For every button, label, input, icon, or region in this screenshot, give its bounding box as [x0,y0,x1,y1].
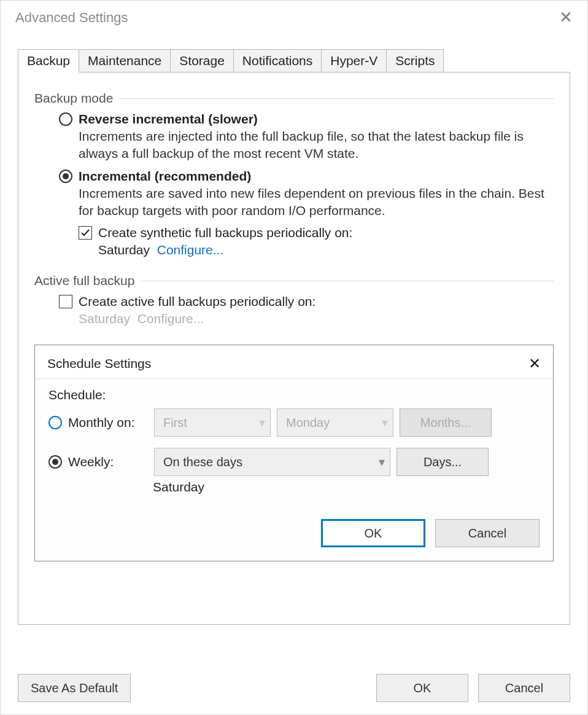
monthly-day-combo: Monday ▾ [277,408,393,437]
active-full-check-label: Create active full backups periodically … [79,294,315,309]
reverse-incremental-desc: Increments are injected into the full ba… [79,128,554,163]
schedule-weekly-row: Weekly: On these days ▾ Days... [48,448,540,476]
reverse-incremental-radio[interactable] [59,112,72,126]
days-button[interactable]: Days... [397,448,489,476]
weekly-combo[interactable]: On these days ▾ [154,448,390,476]
reverse-incremental-title: Reverse incremental (slower) [79,112,258,127]
schedule-settings-dialog: Schedule Settings ✕ Schedule: Monthly on… [34,345,554,561]
close-icon[interactable]: ✕ [555,7,576,28]
schedule-ok-button[interactable]: OK [321,519,425,547]
active-full-configure-link: Configure... [137,311,204,326]
schedule-close-icon[interactable]: ✕ [528,355,541,372]
synthetic-full-label: Create synthetic full backups periodical… [98,225,352,240]
incremental-radio[interactable] [59,170,72,183]
synthetic-full-checkbox[interactable] [79,226,92,240]
active-full-label: Active full backup [34,273,141,288]
schedule-settings-titlebar: Schedule Settings ✕ [35,345,553,378]
backup-tab-panel: Backup mode Reverse incremental (slower)… [18,72,570,625]
tab-scripts[interactable]: Scripts [386,49,444,72]
chevron-down-icon: ▾ [382,415,388,430]
schedule-monthly-row: Monthly on: First ▾ Monday ▾ Months... [48,408,540,437]
synthetic-configure-link[interactable]: Configure... [157,243,224,257]
tab-notifications[interactable]: Notifications [233,49,322,72]
ok-button[interactable]: OK [376,674,468,702]
bottom-button-bar: Save As Default OK Cancel [1,674,587,714]
incremental-desc: Increments are saved into new files depe… [79,185,554,220]
weekly-combo-value: On these days [163,455,242,469]
weekly-label: Weekly: [68,455,154,469]
titlebar: Advanced Settings ✕ [1,1,587,31]
content-area: Backup Maintenance Storage Notifications… [1,31,587,674]
monthly-radio[interactable] [48,416,62,429]
synthetic-full-day: Saturday [98,243,150,257]
divider [119,98,554,99]
schedule-label: Schedule: [48,388,540,402]
backup-mode-reverse-option: Reverse incremental (slower) Increments … [59,112,554,163]
tab-storage[interactable]: Storage [170,49,234,72]
advanced-settings-window: Advanced Settings ✕ Backup Maintenance S… [0,0,588,715]
backup-mode-incremental-option: Incremental (recommended) Increments are… [59,169,554,258]
chevron-down-icon: ▾ [259,415,265,430]
active-full-subline: Saturday Configure... [79,311,554,326]
synthetic-full-row: Create synthetic full backups periodical… [79,225,554,240]
schedule-cancel-button[interactable]: Cancel [435,519,540,547]
monthly-day-value: Monday [286,416,330,430]
weekly-radio[interactable] [48,455,62,469]
active-full-checkbox[interactable] [59,295,72,308]
save-as-default-button[interactable]: Save As Default [18,674,131,702]
weekly-day-summary: Saturday [153,480,540,494]
months-button: Months... [400,408,492,437]
incremental-title: Incremental (recommended) [79,169,251,184]
schedule-settings-title: Schedule Settings [47,356,151,371]
divider [141,281,554,281]
tabstrip: Backup Maintenance Storage Notifications… [18,49,570,72]
tab-backup[interactable]: Backup [18,49,79,72]
backup-mode-group: Backup mode [34,91,554,106]
schedule-button-row: OK Cancel [48,519,540,547]
active-full-option: Create active full backups periodically … [59,294,554,326]
window-title: Advanced Settings [15,10,128,26]
cancel-button[interactable]: Cancel [478,674,570,702]
monthly-ordinal-value: First [163,416,187,430]
active-full-group: Active full backup [34,273,554,288]
synthetic-full-subline: Saturday Configure... [98,243,554,257]
monthly-ordinal-combo: First ▾ [154,408,271,437]
monthly-label: Monthly on: [68,415,154,430]
active-full-day: Saturday [79,311,130,326]
tab-hyper-v[interactable]: Hyper-V [321,49,387,72]
schedule-body: Schedule: Monthly on: First ▾ Monday ▾ [35,379,553,561]
backup-mode-label: Backup mode [34,91,119,106]
tab-maintenance[interactable]: Maintenance [79,49,171,72]
chevron-down-icon: ▾ [379,455,385,469]
